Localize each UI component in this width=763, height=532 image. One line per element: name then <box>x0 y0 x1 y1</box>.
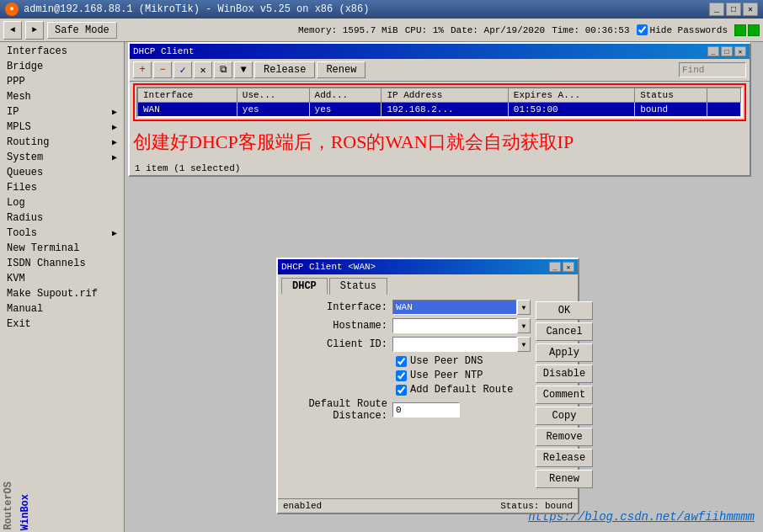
sidebar-item-bridge[interactable]: Bridge <box>0 59 124 74</box>
apply-button[interactable]: Apply <box>536 343 593 362</box>
sidebar-item-mesh[interactable]: Mesh <box>0 89 124 104</box>
release-button[interactable]: Release <box>254 61 315 78</box>
sidebar-item-files[interactable]: Files <box>0 180 124 195</box>
dhcp-table: Interface Use... Add... IP Address Expir… <box>138 88 741 116</box>
col-add: Add... <box>309 88 382 103</box>
dhcp-detail-close[interactable]: ✕ <box>563 262 574 272</box>
disable-button[interactable]: Disable <box>536 364 593 383</box>
ip-arrow-icon: ▶ <box>112 107 117 117</box>
hostname-input[interactable] <box>392 318 517 333</box>
sidebar-item-interfaces[interactable]: Interfaces <box>0 44 124 59</box>
renew-button[interactable]: Renew <box>317 61 365 78</box>
cancel-button[interactable]: Cancel <box>536 322 593 341</box>
sidebar-item-ppp[interactable]: PPP <box>0 74 124 89</box>
dhcp-detail-minimize[interactable]: _ <box>549 262 561 272</box>
client-id-input-wrapper: ▼ <box>392 337 531 352</box>
minimize-button[interactable]: _ <box>709 3 724 16</box>
cell-status: bound <box>635 103 707 117</box>
cell-expires: 01:59:00 <box>508 103 634 117</box>
dhcp-detail-titlebar: DHCP Client <WAN> _ ✕ <box>278 259 578 274</box>
add-default-route-checkbox[interactable] <box>396 385 407 396</box>
interface-dropdown-arrow[interactable]: ▼ <box>517 300 531 315</box>
sidebar-item-routing[interactable]: Routing ▶ <box>0 135 124 150</box>
close-button[interactable]: ✕ <box>743 3 758 16</box>
disable-x-button[interactable]: ✕ <box>194 61 212 78</box>
hide-passwords-container[interactable]: Hide Passwords <box>637 24 728 35</box>
release-detail-button[interactable]: Release <box>536 449 593 467</box>
sidebar-item-exit[interactable]: Exit <box>0 317 124 332</box>
dhcp-main-status: 1 item (1 selected) <box>130 162 750 175</box>
title-bar-left: ● admin@192.168.88.1 (MikroTik) - WinBox… <box>5 3 369 16</box>
default-route-distance-input[interactable] <box>392 402 460 418</box>
add-default-route-row: Add Default Route <box>283 384 531 396</box>
add-button[interactable]: + <box>133 61 152 78</box>
client-id-label: Client ID: <box>283 338 392 350</box>
status-box-1 <box>734 24 746 36</box>
renew-detail-button[interactable]: Renew <box>536 470 593 488</box>
back-button[interactable]: ◄ <box>3 21 22 40</box>
add-default-route-label: Add Default Route <box>410 384 513 396</box>
interface-input[interactable] <box>392 300 517 315</box>
toolbar-info: Memory: 1595.7 MiB CPU: 1% Date: Apr/19/… <box>298 24 760 36</box>
sidebar-item-ip[interactable]: IP ▶ <box>0 104 124 120</box>
sidebar-item-isdn[interactable]: ISDN Channels <box>0 256 124 271</box>
dhcp-main-close[interactable]: ✕ <box>734 46 746 56</box>
title-bar-controls[interactable]: _ □ ✕ <box>709 3 758 16</box>
client-id-dropdown-arrow[interactable]: ▼ <box>517 337 531 352</box>
dhcp-main-minimize[interactable]: _ <box>707 46 719 56</box>
dhcp-detail-window: DHCP Client <WAN> _ ✕ DHCP Status Interf… <box>276 258 579 514</box>
tab-bar: DHCP Status <box>278 274 578 295</box>
sidebar-item-make-supout[interactable]: Make Supout.rif <box>0 286 124 301</box>
title-bar: ● admin@192.168.88.1 (MikroTik) - WinBox… <box>0 0 763 19</box>
copy-icon-button[interactable]: ⧉ <box>214 61 232 78</box>
tab-status[interactable]: Status <box>329 278 387 295</box>
use-peer-dns-checkbox[interactable] <box>396 356 407 367</box>
cell-add: yes <box>309 103 382 117</box>
safemode-button[interactable]: Safe Mode <box>47 22 117 39</box>
main-layout: Interfaces Bridge PPP Mesh IP ▶ MPLS ▶ R… <box>0 42 763 532</box>
sidebar-item-log[interactable]: Log <box>0 195 124 210</box>
date-info: Date: Apr/19/2020 <box>451 25 545 35</box>
col-use: Use... <box>237 88 309 103</box>
enable-button[interactable]: ✓ <box>173 61 192 78</box>
cell-ip: 192.168.2... <box>382 103 508 117</box>
filter-button[interactable]: ▼ <box>234 61 253 78</box>
sidebar-item-tools[interactable]: Tools ▶ <box>0 226 124 241</box>
hostname-dropdown-arrow[interactable]: ▼ <box>517 318 531 333</box>
sidebar-item-radius[interactable]: Radius <box>0 210 124 226</box>
sidebar-item-mpls[interactable]: MPLS ▶ <box>0 120 124 135</box>
status-box-2 <box>748 24 760 36</box>
dhcp-main-maximize[interactable]: □ <box>721 46 733 56</box>
hide-passwords-checkbox[interactable] <box>637 24 648 35</box>
use-peer-ntp-checkbox[interactable] <box>396 370 407 381</box>
hostname-input-wrapper: ▼ <box>392 318 531 333</box>
sidebar-item-queues[interactable]: Queues <box>0 165 124 180</box>
find-input[interactable] <box>679 62 746 77</box>
title-bar-text: admin@192.168.88.1 (MikroTik) - WinBox v… <box>24 3 369 15</box>
sidebar-item-system[interactable]: System ▶ <box>0 150 124 165</box>
forward-button[interactable]: ► <box>25 21 44 40</box>
maximize-button[interactable]: □ <box>726 3 741 16</box>
dhcp-main-window-controls[interactable]: _ □ ✕ <box>707 46 746 56</box>
sidebar-item-kvm[interactable]: KVM <box>0 271 124 286</box>
tab-dhcp[interactable]: DHCP <box>281 278 328 295</box>
use-peer-dns-row: Use Peer DNS <box>283 355 531 367</box>
comment-button[interactable]: Comment <box>536 386 593 404</box>
form-fields: Interface: ▼ Hostname: ▼ <box>283 300 531 490</box>
dhcp-table-wrapper: Interface Use... Add... IP Address Expir… <box>136 87 743 118</box>
routeros-brand: RouterOS <box>0 480 17 532</box>
client-id-input[interactable] <box>392 337 517 352</box>
copy-button[interactable]: Copy <box>536 407 593 425</box>
remove-button[interactable]: − <box>153 61 172 78</box>
remove-button[interactable]: Remove <box>536 428 593 446</box>
main-toolbar: ◄ ► Safe Mode Memory: 1595.7 MiB CPU: 1%… <box>0 19 763 42</box>
app-icon: ● <box>5 3 19 16</box>
annotation-text: 创建好DHCP客服端后，ROS的WAN口就会自动获取IP <box>130 123 750 162</box>
sidebar-item-manual[interactable]: Manual <box>0 301 124 317</box>
ok-button[interactable]: OK <box>536 301 593 320</box>
table-row[interactable]: WAN yes yes 192.168.2... 01:59:00 bound <box>138 103 741 117</box>
cpu-info: CPU: 1% <box>405 25 444 35</box>
dhcp-detail-window-controls[interactable]: _ ✕ <box>549 262 574 272</box>
sidebar-item-new-terminal[interactable]: New Terminal <box>0 241 124 256</box>
dhcp-detail-title: DHCP Client <WAN> <box>281 262 376 272</box>
